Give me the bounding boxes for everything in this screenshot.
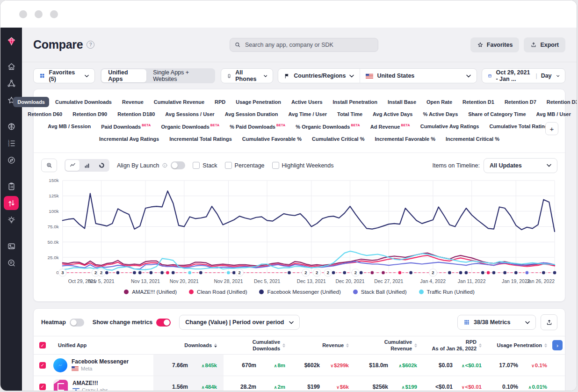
metric-tab-retention-d7[interactable]: Retention D7 [500,97,541,107]
timeline-event-dot[interactable] [542,270,546,275]
metric-tab-share-of-category-time[interactable]: Share of Category Time [464,109,530,119]
sort-icon[interactable] [544,343,547,348]
metric-tab-cumulative-avg-ratings[interactable]: Cumulative Avg Ratings [416,121,484,132]
metric-tab-paid-downloads[interactable]: Paid DownloadsBETA [97,121,155,132]
timeline-event-dot[interactable] [116,270,120,275]
column-header-revenue[interactable]: Revenue [292,336,355,354]
sidebar-item-ai-brain[interactable] [4,119,19,133]
timeline-event-dot[interactable] [359,270,363,275]
timeline-event-dot[interactable] [514,270,518,275]
sidebar-item-home[interactable] [4,59,19,73]
timeline-event-dot[interactable] [105,270,109,275]
timeline-event-dot[interactable] [492,270,496,275]
metric-tab-incremental-critical-[interactable]: Incremental Critical % [441,134,504,144]
metric-tab-install-base[interactable]: Install Base [383,97,420,107]
sort-icon[interactable] [214,343,217,348]
show-change-metrics-toggle[interactable] [156,319,171,327]
legend-item[interactable]: Clean Road (Unified) [189,289,247,295]
change-mode-dropdown[interactable]: Change (Value) | Period over period [179,315,299,330]
timeline-event-dot[interactable] [132,270,137,275]
bar-chart-button[interactable] [80,160,94,171]
export-button[interactable]: Export [524,37,565,52]
donut-chart-button[interactable] [94,160,108,171]
sidebar-item-insights-lightbulb[interactable] [4,213,19,227]
device-dropdown[interactable]: All Phones [221,68,273,83]
legend-item[interactable]: AMAZE!!! (Unified) [124,289,177,295]
percentage-control[interactable]: Percentage [225,162,265,169]
metric-tab-avg-mb-session[interactable]: Avg MB / Session [43,121,95,132]
metric-tab-revenue[interactable]: Revenue [118,97,148,107]
timeline-event-dot[interactable] [138,270,142,275]
column-header-downloads[interactable]: Downloads [153,336,224,354]
timeline-event-dot[interactable] [166,270,170,275]
window-control-dot[interactable] [19,10,27,18]
column-header-unified-app[interactable]: Unified App [51,336,153,354]
timeline-event-dot[interactable] [448,270,452,275]
sort-icon[interactable] [282,343,285,348]
highlight-weekends-control[interactable]: Highlight Weekends [272,162,334,169]
row-checkbox[interactable]: ✓ [39,362,46,369]
sidebar-item-compare-arrows[interactable] [4,196,19,210]
timeline-event-dot[interactable] [459,270,463,275]
metric-tab-open-rate[interactable]: Open Rate [422,97,456,107]
search-input[interactable] [244,41,373,49]
window-control-dot[interactable] [35,10,43,18]
metric-tab-cumulative-total-ratings[interactable]: Cumulative Total Ratings [485,121,555,132]
metric-tab-cumulative-critical-[interactable]: Cumulative Critical % [308,134,368,144]
heatmap-toggle[interactable] [70,319,84,327]
timeline-event-dot[interactable] [481,270,485,275]
metric-tab-avg-session-duration[interactable]: Avg Session Duration [221,109,282,119]
percentage-checkbox[interactable] [225,162,232,169]
metric-tab-usage-penetration[interactable]: Usage Penetration [231,97,285,107]
stack-checkbox[interactable] [193,162,200,169]
legend-item[interactable]: Stack Ball (Unified) [353,289,407,295]
metric-tab-install-penetration[interactable]: Install Penetration [329,97,382,107]
timeline-event-dot[interactable] [398,270,402,275]
stack-control[interactable]: Stack [193,162,217,169]
column-header-usage-penetration[interactable]: Usage Penetration [488,336,554,354]
timeline-event-dot[interactable] [188,270,192,275]
timeline-event-dot[interactable] [342,270,347,275]
metric-tab-active-users[interactable]: Active Users [287,97,327,107]
metric-tab--active-days[interactable]: % Active Days [419,109,462,119]
metric-tab-avg-mb-user[interactable]: Avg MB / User [532,109,575,119]
app-cell[interactable]: Facebook MessengerMeta [51,358,153,372]
metric-tab-incremental-avg-ratings[interactable]: Incremental Avg Ratings [95,134,163,144]
row-checkbox[interactable]: ✓ [39,384,46,390]
sort-icon[interactable] [479,343,482,348]
sort-icon[interactable] [346,343,349,348]
sidebar-item-doc-search[interactable] [4,256,19,270]
window-control-dot[interactable] [50,10,58,18]
sort-icon[interactable] [414,343,417,348]
date-range-picker[interactable]: Oct 29, 2021 - Jan ... | Day [482,68,565,83]
metric-tab-cumulative-downloads[interactable]: Cumulative Downloads [51,97,116,107]
timeline-event-dot[interactable] [486,270,491,275]
sidebar-item-dataai-logo[interactable] [4,33,19,49]
timeline-event-dot[interactable] [199,270,203,275]
metric-tab-retention-d30[interactable]: Retention D30 [542,97,577,107]
align-by-launch-toggle[interactable] [171,161,185,169]
favorites-dropdown[interactable]: Favorites (5) [33,68,95,83]
column-header-cumulative-downloads[interactable]: Cumulative Downloads [224,336,292,354]
timeline-event-dot[interactable] [160,270,164,275]
legend-item[interactable]: Traffic Run (Unified) [419,289,475,295]
items-on-timeline-select[interactable]: All Updates [484,158,557,173]
metric-tab-incremental-total-ratings[interactable]: Incremental Total Ratings [165,134,236,144]
metric-tab-incremental-favorable-[interactable]: Incremental Favorable % [370,134,440,144]
favorites-button[interactable]: Favorites [470,37,520,52]
metric-tab-rpd[interactable]: RPD [210,97,230,107]
downloads-chart-svg[interactable]: 025.0k50.0k75.0k100k125k150kOct 29, 2021… [41,177,557,287]
table-row-amaze-[interactable]: ✓AMAZE!!!Crazy Labs1.56m∧484k28.2m∧2m$19… [34,376,565,391]
timeline-event-dot[interactable] [149,270,153,275]
line-chart-button[interactable] [65,160,79,171]
sidebar-item-apps-network[interactable] [4,76,19,90]
metric-tab-organic-downloads[interactable]: Organic DownloadsBETA [157,121,224,132]
metric-tab-retention-d90[interactable]: Retention D90 [68,109,111,119]
metric-tab-retention-d60[interactable]: Retention D60 [23,109,66,119]
metric-tab-downloads[interactable]: Downloads [13,97,49,107]
metric-tab-avg-active-days[interactable]: Avg Active Days [368,109,417,119]
country-select[interactable]: United States [360,69,477,83]
timeline-event-dot[interactable] [409,270,413,275]
tab-unified-apps[interactable]: Unified Apps [101,69,146,82]
tab-single-apps-websites[interactable]: Single Apps + Websites [146,69,214,82]
